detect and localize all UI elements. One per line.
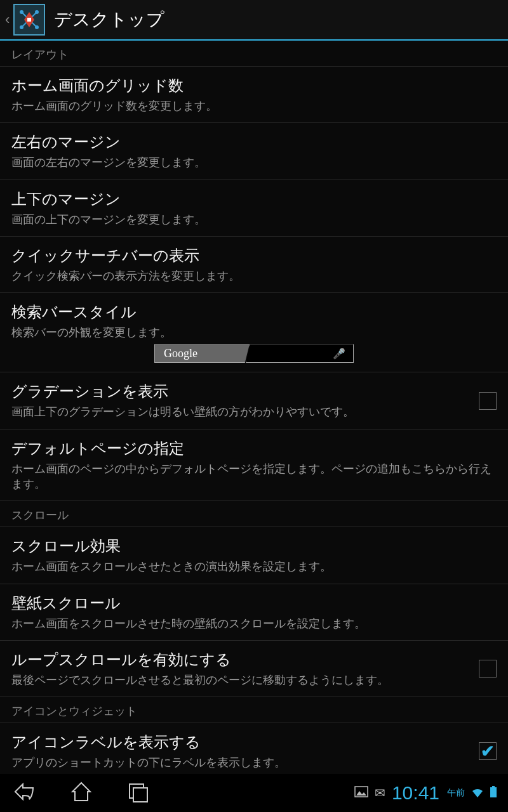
setting-title: 検索バースタイル: [11, 302, 497, 322]
setting-subtitle: 検索バーの外観を変更します。: [11, 325, 497, 340]
settings-list: レイアウト ホーム画面のグリッド数 ホーム画面のグリッド数を変更します。 左右の…: [0, 41, 508, 774]
action-bar: ‹ デスクトップ: [0, 0, 508, 41]
setting-show-icon-labels[interactable]: アイコンラベルを表示する アプリのショートカットの下にラベルを表示します。: [0, 723, 508, 774]
setting-subtitle: ホーム画面のページの中からデフォルトページを指定します。ページの追加もこちらから…: [11, 461, 497, 492]
microphone-icon: 🎤: [333, 348, 345, 360]
setting-subtitle: 画面の左右のマージンを変更します。: [11, 155, 497, 170]
setting-subtitle: アプリのショートカットの下にラベルを表示します。: [11, 755, 472, 770]
setting-show-gradation[interactable]: グラデーションを表示 画面上下のグラデーションは明るい壁紙の方がわかりやすいです…: [0, 372, 508, 429]
svg-rect-11: [133, 788, 147, 802]
setting-title: ホーム画面のグリッド数: [11, 75, 497, 96]
mail-icon: ✉: [375, 785, 385, 801]
app-icon[interactable]: [13, 4, 45, 36]
setting-title: アイコンラベルを表示する: [11, 732, 472, 752]
search-bar-preview: Google 🎤: [11, 344, 497, 363]
page-title: デスクトップ: [54, 8, 164, 32]
battery-icon: [490, 786, 497, 801]
nav-home-button[interactable]: [69, 780, 94, 806]
setting-default-page[interactable]: デフォルトページの指定 ホーム画面のページの中からデフォルトページを指定します。…: [0, 429, 508, 502]
svg-rect-15: [490, 787, 497, 797]
setting-subtitle: クイック検索バーの表示方法を変更します。: [11, 268, 497, 284]
setting-qsb-display[interactable]: クイックサーチバーの表示 クイック検索バーの表示方法を変更します。: [0, 237, 508, 293]
navigation-bar: ✉ 10:41午前: [0, 774, 508, 812]
setting-title: ループスクロールを有効にする: [11, 650, 472, 670]
setting-grid-count[interactable]: ホーム画面のグリッド数 ホーム画面のグリッド数を変更します。: [0, 67, 508, 123]
setting-title: クイックサーチバーの表示: [11, 246, 497, 266]
setting-title: 壁紙スクロール: [11, 593, 497, 613]
svg-rect-9: [27, 18, 31, 22]
setting-loop-scroll[interactable]: ループスクロールを有効にする 最後ページでスクロールさせると最初のページに移動す…: [0, 641, 508, 697]
section-header-layout: レイアウト: [0, 41, 508, 67]
image-icon: [354, 786, 368, 801]
setting-subtitle: ホーム画面をスクロールさせたときの演出効果を設定します。: [11, 559, 497, 574]
setting-title: 左右のマージン: [11, 132, 497, 152]
section-header-icons-widgets: アイコンとウィジェット: [0, 697, 508, 723]
setting-subtitle: 最後ページでスクロールさせると最初のページに移動するようにします。: [11, 672, 472, 688]
search-brand-label: Google: [154, 344, 250, 363]
status-clock: 10:41: [392, 782, 439, 804]
svg-rect-14: [492, 786, 495, 787]
checkbox-loop-scroll[interactable]: [479, 660, 497, 678]
setting-subtitle: 画面の上下のマージンを変更します。: [11, 212, 497, 227]
wifi-icon: [471, 786, 484, 801]
setting-title: デフォルトページの指定: [11, 438, 497, 459]
setting-scroll-effect[interactable]: スクロール効果 ホーム画面をスクロールさせたときの演出効果を設定します。: [0, 527, 508, 584]
setting-wallpaper-scroll[interactable]: 壁紙スクロール ホーム画面をスクロールさせた時の壁紙のスクロールを設定します。: [0, 584, 508, 641]
setting-title: スクロール効果: [11, 536, 497, 556]
nav-back-button[interactable]: [11, 780, 37, 806]
back-chevron-icon[interactable]: ‹: [5, 11, 10, 28]
checkbox-gradation[interactable]: [479, 392, 497, 410]
section-header-scroll: スクロール: [0, 501, 508, 527]
nav-recents-button[interactable]: [126, 780, 151, 806]
search-voice-box: 🎤: [246, 344, 354, 363]
setting-vertical-margin[interactable]: 上下のマージン 画面の上下のマージンを変更します。: [0, 180, 508, 237]
setting-subtitle: 画面上下のグラデーションは明るい壁紙の方がわかりやすいです。: [11, 404, 472, 419]
setting-search-bar-style[interactable]: 検索バースタイル 検索バーの外観を変更します。 Google 🎤: [0, 293, 508, 372]
setting-subtitle: ホーム画面のグリッド数を変更します。: [11, 98, 497, 114]
setting-horizontal-margin[interactable]: 左右のマージン 画面の左右のマージンを変更します。: [0, 123, 508, 180]
setting-title: 上下のマージン: [11, 189, 497, 209]
status-ampm: 午前: [447, 787, 465, 799]
checkbox-icon-labels[interactable]: [479, 742, 497, 760]
svg-marker-13: [356, 791, 366, 796]
setting-subtitle: ホーム画面をスクロールさせた時の壁紙のスクロールを設定します。: [11, 616, 497, 631]
setting-title: グラデーションを表示: [11, 381, 472, 402]
